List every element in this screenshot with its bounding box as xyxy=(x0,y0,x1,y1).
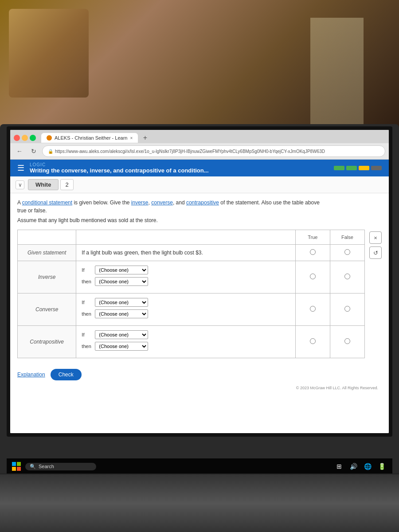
contrapositive-true-cell xyxy=(295,326,330,358)
given-statement-cell: If a light bulb was green, then the ligh… xyxy=(76,245,295,261)
inverse-true-radio[interactable] xyxy=(310,274,316,279)
converse-if-row: If (Choose one) xyxy=(82,298,289,307)
laptop-body: ALEKS - Christian Seither - Learn × + ← … xyxy=(0,124,399,532)
undo-button[interactable]: ↺ xyxy=(369,246,382,259)
inverse-row: Inverse If (Choose one) xyxy=(18,261,365,293)
screen-bezel: ALEKS - Christian Seither - Learn × + ← … xyxy=(7,126,392,437)
menu-icon[interactable]: ☰ xyxy=(17,163,24,173)
windows-icon[interactable] xyxy=(12,462,21,471)
desc-mid: is given below. Give the xyxy=(72,200,131,206)
browser-window: ALEKS - Christian Seither - Learn × + ← … xyxy=(10,130,389,433)
col-empty xyxy=(18,230,76,245)
conditional-statement-link[interactable]: conditional statement xyxy=(22,200,72,206)
win-sq-1 xyxy=(12,462,16,466)
inverse-statement-cell: If (Choose one) then xyxy=(76,261,295,293)
address-bar[interactable]: 🔒 https://www-awu.aleks.com/alekscgi/x/l… xyxy=(42,145,385,157)
subject-label: LOGIC xyxy=(30,162,334,167)
converse-true-radio[interactable] xyxy=(310,306,316,312)
col-false-header: False xyxy=(330,230,364,245)
inverse-then-select[interactable]: (Choose one) xyxy=(95,277,148,286)
page-title: Writing the converse, inverse, and contr… xyxy=(30,167,334,174)
converse-if-label: If xyxy=(82,300,95,305)
inverse-false-cell xyxy=(330,261,364,293)
contrapositive-false-cell xyxy=(330,326,364,358)
desc-prefix: A xyxy=(17,200,22,206)
logic-table: True False Given statement xyxy=(17,230,365,358)
taskbar-search-text: Search xyxy=(39,464,54,469)
page-content: ☰ LOGIC Writing the converse, inverse, a… xyxy=(10,160,389,433)
description-paragraph: A conditional statement is given below. … xyxy=(17,199,382,215)
converse-label: Converse xyxy=(18,293,76,326)
nav-number: 2 xyxy=(60,179,73,190)
win-sq-4 xyxy=(17,467,21,471)
action-buttons-col: × ↺ xyxy=(369,230,382,259)
contrapositive-false-radio[interactable] xyxy=(344,338,350,344)
given-false-cell xyxy=(330,245,364,261)
converse-if-select[interactable]: (Choose one) xyxy=(95,298,148,307)
inverse-if-row: If (Choose one) xyxy=(82,266,289,274)
converse-then-row: then (Choose one) xyxy=(82,309,289,318)
given-true-radio[interactable] xyxy=(310,249,316,255)
close-button[interactable] xyxy=(14,135,20,141)
contrapositive-link[interactable]: contrapositive xyxy=(186,200,219,206)
inverse-true-cell xyxy=(295,261,330,293)
taskbar-icons: ⊞ 🔊 🌐 🔋 xyxy=(334,461,387,472)
inverse-link[interactable]: inverse xyxy=(131,200,149,206)
main-content: A conditional statement is given below. … xyxy=(10,193,389,397)
progress-seg-2 xyxy=(346,166,357,170)
taskbar-icon-2[interactable]: 🔊 xyxy=(348,461,359,472)
back-button[interactable]: ← xyxy=(14,145,25,157)
converse-false-cell xyxy=(330,293,364,326)
progress-indicator xyxy=(334,166,382,170)
aleks-header: ☰ LOGIC Writing the converse, inverse, a… xyxy=(10,160,389,176)
converse-row: Converse If (Choose one) xyxy=(18,293,365,326)
win-sq-3 xyxy=(12,467,16,471)
tab-close-icon[interactable]: × xyxy=(130,136,133,141)
new-tab-button[interactable]: + xyxy=(140,133,150,143)
clear-button[interactable]: × xyxy=(369,231,382,244)
contrapositive-true-radio[interactable] xyxy=(310,338,316,344)
inverse-if-select[interactable]: (Choose one) xyxy=(95,266,148,274)
given-false-radio[interactable] xyxy=(344,249,350,255)
taskbar-search[interactable]: 🔍 Search xyxy=(25,463,96,470)
contrapositive-if-row: If (Choose one) xyxy=(82,330,289,339)
taskbar-icon-3[interactable]: 🌐 xyxy=(362,461,373,472)
laptop-base xyxy=(0,474,399,532)
logic-table-container: True False Given statement xyxy=(17,230,365,365)
converse-true-cell xyxy=(295,293,330,326)
contrapositive-label: Contrapositive xyxy=(18,326,76,358)
given-true-cell xyxy=(295,245,330,261)
check-button[interactable]: Check xyxy=(51,369,82,380)
favicon xyxy=(47,135,52,141)
contrapositive-statement-cell: If (Choose one) then xyxy=(76,326,295,358)
progress-seg-1 xyxy=(334,166,344,170)
inverse-false-radio[interactable] xyxy=(344,274,350,279)
explanation-button[interactable]: Explanation xyxy=(17,372,45,378)
contrapositive-if-select[interactable]: (Choose one) xyxy=(95,330,148,339)
contrapositive-row: Contrapositive If (Choose one) xyxy=(18,326,365,358)
window-controls xyxy=(14,135,36,141)
progress-seg-3 xyxy=(359,166,369,170)
contrapositive-then-select[interactable]: (Choose one) xyxy=(95,342,148,351)
contrapositive-then-label: then xyxy=(82,344,95,349)
taskbar: 🔍 Search ⊞ 🔊 🌐 🔋 xyxy=(7,458,392,474)
reload-button[interactable]: ↻ xyxy=(28,145,39,157)
taskbar-icon-battery[interactable]: 🔋 xyxy=(376,461,387,472)
inverse-then-label: then xyxy=(82,279,95,284)
chevron-down-icon[interactable]: ∨ xyxy=(16,180,24,189)
minimize-button[interactable] xyxy=(22,135,28,141)
tab-bar: ALEKS - Christian Seither - Learn × + xyxy=(10,130,389,143)
maximize-button[interactable] xyxy=(30,135,36,141)
taskbar-icon-1[interactable]: ⊞ xyxy=(334,461,344,472)
converse-then-select[interactable]: (Choose one) xyxy=(95,309,148,318)
browser-tab[interactable]: ALEKS - Christian Seither - Learn × xyxy=(41,133,138,143)
converse-false-radio[interactable] xyxy=(344,306,350,312)
white-label: White xyxy=(28,179,59,190)
converse-link[interactable]: converse xyxy=(151,200,173,206)
converse-statement-cell: If (Choose one) then xyxy=(76,293,295,326)
given-label: Given statement xyxy=(18,245,76,261)
inverse-then-row: then (Choose one) xyxy=(82,277,289,286)
table-section: True False Given statement xyxy=(17,230,382,365)
given-row: Given statement If a light bulb was gree… xyxy=(18,245,365,261)
bottom-row: Explanation Check xyxy=(17,365,382,384)
